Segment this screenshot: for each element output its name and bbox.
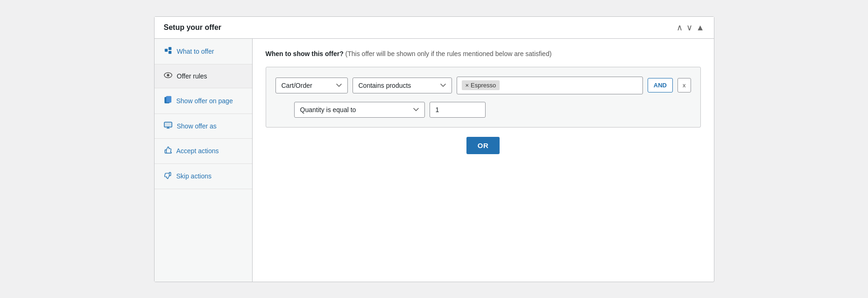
- monitor-icon: [164, 121, 172, 131]
- tag-x[interactable]: ×: [466, 82, 469, 89]
- cart-order-select[interactable]: Cart/Order Customer Order: [275, 78, 348, 93]
- sidebar-item-accept-actions[interactable]: Accept actions: [155, 139, 252, 164]
- chevron-up-icon[interactable]: ∧: [677, 23, 683, 32]
- espresso-tag: × Espresso: [462, 80, 500, 90]
- quantity-input[interactable]: [430, 102, 486, 118]
- svg-rect-2: [168, 50, 171, 53]
- svg-rect-0: [164, 49, 167, 51]
- offer-question: When to show this offer? (This offer wil…: [266, 50, 701, 57]
- quantity-select[interactable]: Quantity is equal to Quantity is greater…: [294, 102, 425, 118]
- or-button[interactable]: OR: [466, 137, 500, 154]
- sidebar-item-show-offer-as[interactable]: Show offer as: [155, 114, 252, 139]
- chevron-down-icon[interactable]: ∨: [686, 23, 692, 32]
- tags-input[interactable]: × Espresso: [457, 77, 643, 94]
- tag-label: Espresso: [471, 82, 496, 89]
- thumbs-up-icon: [164, 146, 172, 156]
- panel-title: Setup your offer: [164, 23, 222, 32]
- sidebar-item-offer-rules[interactable]: Offer rules: [155, 64, 252, 88]
- offer-question-bold: When to show this offer?: [266, 50, 344, 57]
- sidebar: What to offer Offer rules: [155, 39, 253, 282]
- sidebar-item-show-offer-as-label: Show offer as: [177, 122, 217, 130]
- panel-header: Setup your offer ∧ ∨ ▲: [155, 17, 714, 39]
- rule-row-2: Quantity is equal to Quantity is greater…: [275, 102, 691, 118]
- sidebar-item-what-to-offer[interactable]: What to offer: [155, 39, 252, 64]
- thumbs-down-icon: [164, 171, 172, 181]
- sidebar-item-skip-actions[interactable]: Skip actions: [155, 164, 252, 189]
- svg-rect-8: [164, 122, 171, 127]
- sidebar-item-show-offer-on-page-label: Show offer on page: [176, 97, 233, 105]
- and-button[interactable]: AND: [648, 78, 673, 92]
- sidebar-item-show-offer-on-page[interactable]: Show offer on page: [155, 88, 252, 114]
- main-content: When to show this offer? (This offer wil…: [253, 39, 714, 282]
- contains-products-select[interactable]: Contains products Does not contain produ…: [353, 78, 452, 93]
- rule-row-1: Cart/Order Customer Order Contains produ…: [275, 77, 691, 94]
- svg-rect-1: [168, 47, 171, 50]
- or-section: OR: [266, 137, 701, 154]
- cube-icon: [164, 46, 172, 57]
- header-icons: ∧ ∨ ▲: [677, 23, 705, 32]
- sidebar-item-accept-actions-label: Accept actions: [176, 147, 219, 155]
- offer-question-sub: (This offer will be shown only if the ru…: [344, 50, 552, 57]
- panel-body: What to offer Offer rules: [155, 39, 714, 282]
- sidebar-item-offer-rules-label: Offer rules: [177, 72, 207, 80]
- sidebar-item-skip-actions-label: Skip actions: [176, 172, 212, 180]
- rule-box: Cart/Order Customer Order Contains produ…: [266, 67, 701, 128]
- svg-point-4: [167, 74, 169, 76]
- eye-icon: [164, 72, 172, 80]
- setup-offer-panel: Setup your offer ∧ ∨ ▲ What to offer: [154, 16, 714, 282]
- sidebar-item-what-to-offer-label: What to offer: [177, 48, 214, 55]
- remove-rule-button[interactable]: x: [677, 78, 691, 92]
- svg-rect-6: [166, 96, 171, 102]
- page-icon: [164, 96, 172, 106]
- triangle-up-icon[interactable]: ▲: [696, 23, 705, 32]
